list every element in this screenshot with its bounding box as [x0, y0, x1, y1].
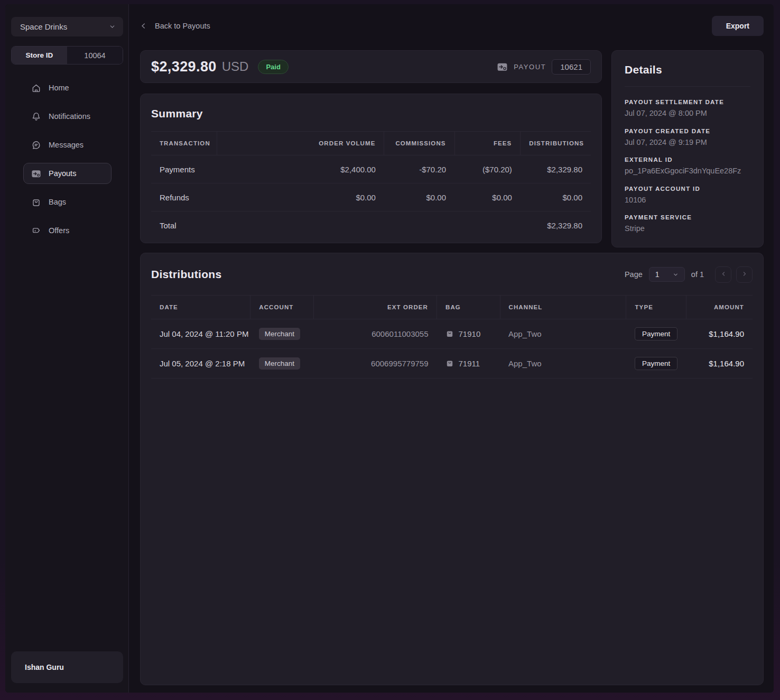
store-id-pill: Store ID 10064 [11, 46, 123, 65]
bag-icon [31, 197, 41, 207]
divider [625, 86, 750, 87]
wallet-payout-icon [497, 61, 508, 72]
sidebar-item-label: Notifications [49, 112, 90, 121]
column-header: TRANSACTION [151, 132, 217, 155]
distributions-header-row: DATE ACCOUNT EXT ORDER BAG CHANNEL TYPE … [151, 295, 753, 319]
sidebar-item-label: Payouts [49, 169, 76, 178]
detail-value: 10106 [625, 195, 750, 206]
ext-order-cell: 6006011003055 [313, 319, 437, 348]
chevron-left-icon [720, 271, 727, 279]
topbar: Back to Payouts Export [140, 16, 764, 36]
main-content: Back to Payouts Export $2,329.80 USD Pai… [129, 4, 774, 693]
detail-field: EXTERNAL ID po_1Pa6ExGgociF3dnYquEe28Fz [625, 156, 750, 177]
summary-card: Summary TRANSACTION ORDER VOLUME COMMISS… [140, 94, 602, 243]
pagination: Page 1 of 1 [625, 266, 753, 283]
detail-label: PAYOUT SETTLEMENT DATE [625, 99, 750, 105]
header-grid: $2,329.80 USD Paid PAYOUT 10621 Summary [140, 50, 764, 247]
back-link-label: Back to Payouts [155, 22, 210, 30]
detail-field: PAYMENT SERVICE Stripe [625, 214, 750, 234]
type-cell: Payment [626, 348, 686, 378]
details-card: Details PAYOUT SETTLEMENT DATE Jul 07, 2… [611, 50, 764, 247]
distributions-cell: $2,329.80 [521, 155, 591, 183]
store-id-value: 10064 [67, 47, 123, 64]
previous-page-button[interactable] [715, 266, 731, 283]
next-page-button[interactable] [736, 266, 753, 283]
wallet-payout-icon [31, 168, 41, 179]
user-card[interactable]: Ishan Guru [11, 651, 123, 683]
type-badge: Payment [635, 357, 677, 370]
detail-label: PAYOUT ACCOUNT ID [625, 186, 750, 192]
order-volume-cell: $0.00 [217, 183, 384, 211]
distributions-cell: $0.00 [521, 183, 591, 211]
user-name: Ishan Guru [25, 663, 64, 671]
bag-icon [445, 329, 454, 338]
table-row: Payments $2,400.00 -$70.20 ($70.20) $2,3… [151, 155, 591, 183]
distributions-card: Distributions Page 1 of 1 [140, 253, 764, 685]
chevron-down-icon [109, 23, 116, 30]
detail-value: Stripe [625, 224, 750, 234]
message-icon [31, 140, 41, 150]
sidebar-item-label: Home [49, 84, 69, 92]
column-header: EXT ORDER [313, 295, 437, 319]
sidebar-item-messages[interactable]: Messages [23, 134, 112, 155]
table-row: Jul 05, 2024 @ 2:18 PM Merchant 60069957… [151, 348, 753, 378]
status-badge: Paid [258, 60, 288, 74]
detail-value: po_1Pa6ExGgociF3dnYquEe28Fz [625, 166, 750, 177]
pagination-buttons [715, 266, 753, 283]
table-row: Jul 04, 2024 @ 11:20 PM Merchant 6006011… [151, 319, 753, 348]
chevron-left-icon [140, 22, 147, 30]
amount-cell: $1,164.90 [686, 319, 753, 348]
payout-reference: PAYOUT 10621 [497, 59, 591, 75]
account-badge: Merchant [259, 357, 300, 370]
store-selector[interactable]: Space Drinks [11, 17, 123, 36]
amount-cell: $1,164.90 [686, 348, 753, 378]
tag-icon [31, 225, 41, 236]
column-header: DATE [151, 295, 250, 319]
page-label: Page [625, 270, 643, 279]
sidebar: Space Drinks Store ID 10064 Home Notific… [5, 4, 129, 693]
column-header: TYPE [626, 295, 686, 319]
sidebar-item-bags[interactable]: Bags [23, 191, 112, 213]
payout-label: PAYOUT [514, 63, 546, 71]
page-select[interactable]: 1 [649, 267, 685, 282]
sidebar-item-label: Offers [49, 226, 69, 235]
store-name: Space Drinks [20, 22, 67, 31]
column-header: BAG [437, 295, 500, 319]
commissions-cell: $0.00 [384, 183, 454, 211]
detail-value: Jul 07, 2024 @ 8:00 PM [625, 108, 750, 119]
sidebar-item-label: Messages [49, 141, 83, 149]
detail-field: PAYOUT SETTLEMENT DATE Jul 07, 2024 @ 8:… [625, 99, 750, 119]
table-row: Refunds $0.00 $0.00 $0.00 $0.00 [151, 183, 591, 211]
back-to-payouts-link[interactable]: Back to Payouts [140, 22, 210, 30]
type-cell: Payment [626, 319, 686, 348]
details-title: Details [625, 63, 750, 76]
fees-cell: ($70.20) [454, 155, 521, 183]
column-header: FEES [454, 132, 521, 155]
column-header: COMMISSIONS [384, 132, 454, 155]
app-window: Space Drinks Store ID 10064 Home Notific… [5, 4, 774, 693]
summary-table: TRANSACTION ORDER VOLUME COMMISSIONS FEE… [151, 131, 591, 240]
ext-order-cell: 6006995779759 [313, 348, 437, 378]
column-header: AMOUNT [686, 295, 753, 319]
order-volume-cell: $2,400.00 [217, 155, 384, 183]
sidebar-item-payouts[interactable]: Payouts [23, 163, 112, 184]
export-button[interactable]: Export [712, 16, 764, 36]
distributions-title: Distributions [151, 268, 221, 281]
sidebar-item-notifications[interactable]: Notifications [23, 106, 112, 127]
detail-value: Jul 07, 2024 @ 9:19 PM [625, 137, 750, 148]
bag-cell[interactable]: 71910 [437, 319, 500, 348]
detail-label: EXTERNAL ID [625, 156, 750, 163]
store-id-label: Store ID [12, 47, 67, 64]
bag-cell[interactable]: 71911 [437, 348, 500, 378]
detail-label: PAYMENT SERVICE [625, 214, 750, 220]
sidebar-item-home[interactable]: Home [23, 77, 112, 98]
sidebar-item-label: Bags [49, 198, 66, 206]
fees-cell: $0.00 [454, 183, 521, 211]
transaction-cell: Refunds [151, 183, 217, 211]
transaction-cell: Payments [151, 155, 217, 183]
distributions-table: DATE ACCOUNT EXT ORDER BAG CHANNEL TYPE … [151, 295, 753, 379]
column-header: CHANNEL [500, 295, 626, 319]
date-cell: Jul 05, 2024 @ 2:18 PM [151, 348, 250, 378]
column-header: ORDER VOLUME [217, 132, 384, 155]
sidebar-item-offers[interactable]: Offers [23, 220, 112, 241]
